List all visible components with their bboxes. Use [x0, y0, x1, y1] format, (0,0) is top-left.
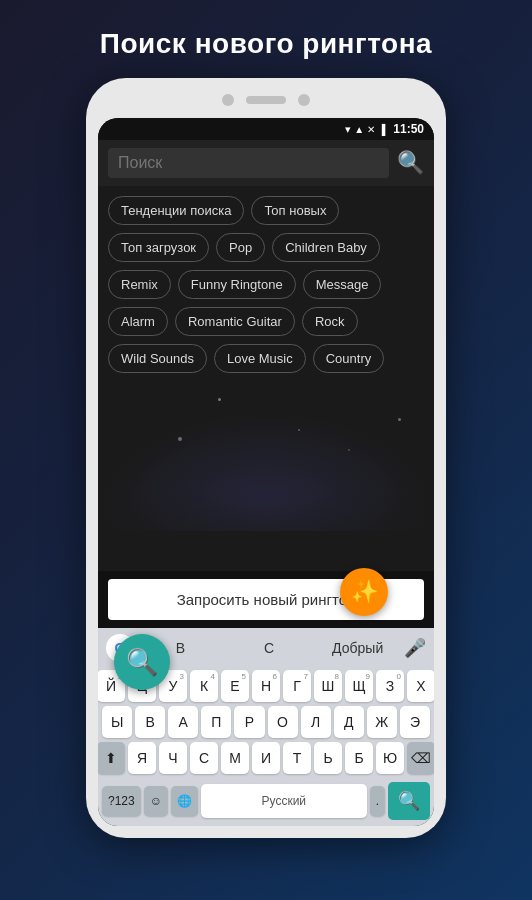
tag-children-baby[interactable]: Children Baby: [272, 233, 380, 262]
numbers-key[interactable]: ?123: [102, 786, 141, 816]
sparkle-dot-2: [298, 429, 300, 431]
tag-romantic-guitar[interactable]: Romantic Guitar: [175, 307, 295, 336]
tags-area: Тенденции поиска Топ новых Топ загрузок …: [98, 186, 434, 571]
key-ж[interactable]: Ж: [367, 706, 397, 738]
key-р[interactable]: Р: [234, 706, 264, 738]
key-д[interactable]: Д: [334, 706, 364, 738]
key-т[interactable]: Т: [283, 742, 311, 774]
space-key[interactable]: Русский: [201, 784, 367, 818]
status-icons: ▾ ▲ ✕ ▐: [345, 123, 385, 136]
tags-row-5: Wild Sounds Love Music Country: [108, 344, 424, 373]
bg-sparkles: [98, 411, 434, 531]
tag-top-downloads[interactable]: Топ загрузок: [108, 233, 209, 262]
search-input[interactable]: [108, 148, 389, 178]
backspace-key[interactable]: ⌫: [407, 742, 434, 774]
phone-camera: [222, 94, 234, 106]
kbd-row-3: ⬆ Я Ч С М И Т Ь Б Ю ⌫: [102, 742, 430, 774]
key-щ[interactable]: 9Щ: [345, 670, 373, 702]
suggestion-right[interactable]: Добрый: [315, 640, 400, 656]
key-е[interactable]: 5Е: [221, 670, 249, 702]
key-с[interactable]: С: [190, 742, 218, 774]
phone-speaker: [246, 96, 286, 104]
key-э[interactable]: Э: [400, 706, 430, 738]
key-г[interactable]: 7Г: [283, 670, 311, 702]
tag-funny-ringtone[interactable]: Funny Ringtone: [178, 270, 296, 299]
sparkle-dot-1: [218, 398, 221, 401]
tags-row-2: Топ загрузок Pop Children Baby: [108, 233, 424, 262]
key-ь[interactable]: Ь: [314, 742, 342, 774]
tag-message[interactable]: Message: [303, 270, 382, 299]
tag-country[interactable]: Country: [313, 344, 385, 373]
tag-wild-sounds[interactable]: Wild Sounds: [108, 344, 207, 373]
sparkle-dot-4: [348, 449, 350, 451]
status-time: 11:50: [393, 122, 424, 136]
signal-icon: ▲: [354, 124, 364, 135]
tags-row-4: Alarm Romantic Guitar Rock: [108, 307, 424, 336]
status-bar: ▾ ▲ ✕ ▐ 11:50: [98, 118, 434, 140]
key-ы[interactable]: Ы: [102, 706, 132, 738]
tag-trends[interactable]: Тенденции поиска: [108, 196, 244, 225]
phone-frame: ▾ ▲ ✕ ▐ 11:50 🔍 Тенденции поиска Топ нов…: [86, 78, 446, 838]
key-и[interactable]: И: [252, 742, 280, 774]
sparkle-dot-3: [178, 437, 182, 441]
key-п[interactable]: П: [201, 706, 231, 738]
mic-icon[interactable]: 🎤: [404, 637, 426, 659]
key-н[interactable]: 6Н: [252, 670, 280, 702]
keyboard-search-button[interactable]: 🔍: [388, 782, 430, 820]
phone-camera2: [298, 94, 310, 106]
key-х[interactable]: Х: [407, 670, 434, 702]
key-л[interactable]: Л: [301, 706, 331, 738]
key-я[interactable]: Я: [128, 742, 156, 774]
key-з[interactable]: 0З: [376, 670, 404, 702]
emoji-key[interactable]: ☺: [144, 786, 168, 816]
key-в[interactable]: В: [135, 706, 165, 738]
key-о[interactable]: О: [268, 706, 298, 738]
tag-alarm[interactable]: Alarm: [108, 307, 168, 336]
key-б[interactable]: Б: [345, 742, 373, 774]
search-button[interactable]: 🔍: [397, 150, 424, 176]
phone-top-bar: [98, 90, 434, 110]
fireworks-button[interactable]: ✨: [340, 568, 388, 616]
key-ч[interactable]: Ч: [159, 742, 187, 774]
search-bubble-button[interactable]: 🔍: [114, 634, 170, 690]
kbd-row-2: Ы В А П Р О Л Д Ж Э: [102, 706, 430, 738]
x-icon: ✕: [367, 124, 375, 135]
tag-remix[interactable]: Remix: [108, 270, 171, 299]
tag-rock[interactable]: Rock: [302, 307, 358, 336]
suggestion-center[interactable]: С: [227, 640, 312, 656]
phone-screen: ▾ ▲ ✕ ▐ 11:50 🔍 Тенденции поиска Топ нов…: [98, 118, 434, 826]
key-ю[interactable]: Ю: [376, 742, 404, 774]
key-м[interactable]: М: [221, 742, 249, 774]
search-bar-container: 🔍: [98, 140, 434, 186]
key-к[interactable]: 4К: [190, 670, 218, 702]
shift-key[interactable]: ⬆: [98, 742, 125, 774]
globe-key[interactable]: 🌐: [171, 786, 198, 816]
tag-top-new[interactable]: Топ новых: [251, 196, 339, 225]
wifi-icon: ▾: [345, 123, 351, 136]
tags-row-1: Тенденции поиска Топ новых: [108, 196, 424, 225]
period-key[interactable]: .: [370, 786, 385, 816]
page-title: Поиск нового рингтона: [100, 28, 432, 60]
key-ш[interactable]: 8Ш: [314, 670, 342, 702]
tag-love-music[interactable]: Love Music: [214, 344, 306, 373]
kbd-bottom-row: ?123 ☺ 🌐 Русский . 🔍: [98, 780, 434, 826]
tags-row-3: Remix Funny Ringtone Message: [108, 270, 424, 299]
tag-pop[interactable]: Pop: [216, 233, 265, 262]
battery-icon: ▐: [378, 124, 385, 135]
key-а[interactable]: А: [168, 706, 198, 738]
sparkle-dot-5: [398, 418, 401, 421]
